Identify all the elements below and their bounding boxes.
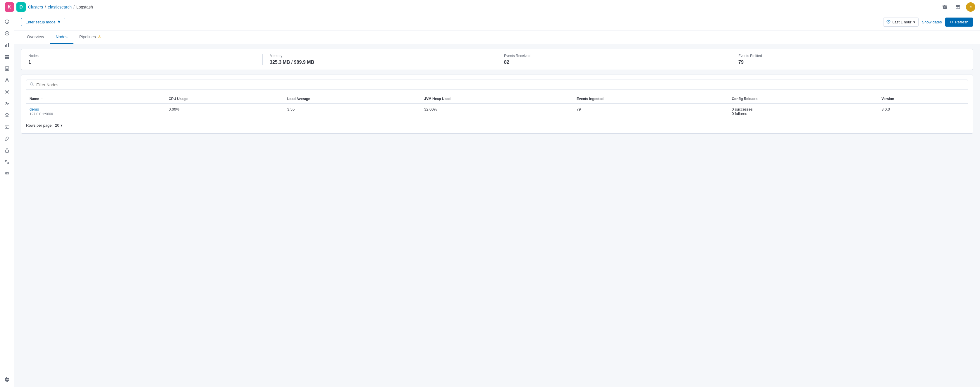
- top-nav-right: e: [940, 2, 975, 12]
- time-picker-button[interactable]: Last 1 hour ▾: [883, 18, 918, 27]
- stat-nodes: Nodes 1: [29, 54, 263, 65]
- user-avatar[interactable]: e: [966, 2, 975, 12]
- mail-icon-button[interactable]: [953, 2, 963, 12]
- sidebar-icon-tool[interactable]: [2, 157, 12, 167]
- stats-panel: Nodes 1 Memory 325.3 MB / 989.9 MB Event…: [21, 49, 973, 70]
- svg-marker-2: [6, 32, 8, 34]
- secondary-header: Enter setup mode ⚑ Last 1 hour ▾ Show da…: [14, 14, 980, 30]
- filter-search-icon: [30, 82, 34, 87]
- svg-point-22: [7, 162, 9, 164]
- setup-mode-label: Enter setup mode: [25, 20, 56, 24]
- cell-cpu-usage: 0.00%: [165, 104, 284, 120]
- svg-point-16: [6, 78, 8, 80]
- breadcrumb: Clusters / elasticsearch / Logstash: [28, 5, 93, 10]
- rows-per-page-chevron: ▾: [60, 123, 63, 127]
- stat-nodes-label: Nodes: [29, 54, 255, 58]
- sidebar-icon-building[interactable]: [2, 63, 12, 74]
- col-version: Version: [878, 94, 968, 104]
- chevron-down-icon: ▾: [913, 20, 915, 24]
- svg-rect-4: [6, 44, 7, 47]
- sidebar-icon-lock[interactable]: [2, 145, 12, 156]
- main-layout: Enter setup mode ⚑ Last 1 hour ▾ Show da…: [0, 14, 980, 387]
- sidebar-icon-clock[interactable]: [2, 16, 12, 27]
- time-controls: Last 1 hour ▾ Show dates ↻ Refresh: [883, 18, 973, 27]
- svg-rect-11: [6, 68, 7, 68]
- col-load-average: Load Average: [284, 94, 421, 104]
- col-events-ingested: Events Ingested: [573, 94, 728, 104]
- svg-rect-7: [7, 55, 9, 56]
- svg-point-21: [5, 160, 7, 162]
- settings-icon-button[interactable]: [940, 2, 950, 12]
- pipelines-alert-icon: ⚠: [98, 35, 102, 39]
- mail-icon: [955, 5, 960, 10]
- refresh-label: Refresh: [955, 20, 968, 24]
- sidebar-icon-user-add[interactable]: [2, 98, 12, 109]
- top-nav: K D Clusters / elasticsearch / Logstash …: [0, 0, 980, 14]
- sidebar-icon-layers[interactable]: [2, 110, 12, 121]
- sidebar-icon-terminal[interactable]: [2, 122, 12, 132]
- svg-rect-12: [7, 68, 8, 68]
- sort-asc-icon[interactable]: ↑: [41, 97, 43, 100]
- sidebar-icon-wrench[interactable]: [2, 134, 12, 144]
- refresh-icon: ↻: [950, 20, 953, 24]
- sidebar-icon-gear[interactable]: [2, 87, 12, 97]
- flag-icon: ⚑: [57, 20, 61, 24]
- cell-events-ingested: 79: [573, 104, 728, 120]
- config-reloads-success: 0 successes: [732, 107, 874, 111]
- svg-rect-8: [5, 57, 7, 59]
- svg-point-17: [6, 91, 8, 93]
- show-dates-button[interactable]: Show dates: [922, 20, 942, 24]
- svg-rect-14: [7, 69, 8, 70]
- node-address: 127.0.0.1:9600: [30, 112, 162, 116]
- refresh-button[interactable]: ↻ Refresh: [945, 18, 973, 27]
- nodes-panel: Name ↑ CPU Usage Load Average JVM Heap U…: [21, 75, 973, 134]
- breadcrumb-elasticsearch[interactable]: elasticsearch: [48, 5, 72, 10]
- tab-pipelines-label: Pipelines: [79, 35, 96, 39]
- stat-events-emitted-label: Events Emitted: [738, 54, 966, 58]
- svg-rect-15: [6, 70, 8, 70]
- sidebar-icon-chart[interactable]: [2, 40, 12, 50]
- sidebar-icon-settings-bottom[interactable]: [2, 374, 12, 385]
- setup-mode-button[interactable]: Enter setup mode ⚑: [21, 18, 65, 26]
- stat-events-received-label: Events Received: [504, 54, 724, 58]
- rows-per-page-select[interactable]: 20 ▾: [55, 123, 62, 127]
- sidebar-icon-heart[interactable]: [2, 169, 12, 179]
- cell-jvm-heap: 32.00%: [421, 104, 573, 120]
- tab-overview[interactable]: Overview: [21, 30, 50, 44]
- svg-rect-20: [6, 150, 8, 152]
- rows-per-page-label: Rows per page:: [26, 123, 52, 127]
- tab-nodes[interactable]: Nodes: [50, 30, 73, 44]
- clock-icon: [886, 20, 891, 25]
- col-name-label: Name: [30, 97, 39, 101]
- table-row: demo 127.0.0.1:9600 0.00% 3.55 32.00% 79…: [26, 104, 968, 120]
- sidebar-icon-person[interactable]: [2, 75, 12, 85]
- config-reloads-failure: 0 failures: [732, 111, 874, 116]
- filter-nodes-input[interactable]: [36, 83, 964, 87]
- stat-events-emitted-value: 79: [738, 60, 966, 65]
- sidebar-icon-grid[interactable]: [2, 51, 12, 62]
- node-name-link[interactable]: demo: [30, 107, 162, 111]
- breadcrumb-clusters[interactable]: Clusters: [28, 5, 43, 10]
- col-cpu-usage: CPU Usage: [165, 94, 284, 104]
- stat-events-received-value: 82: [504, 60, 724, 65]
- rows-per-page-value: 20: [55, 123, 59, 127]
- tab-pipelines[interactable]: Pipelines ⚠: [73, 30, 107, 44]
- svg-rect-3: [5, 45, 6, 47]
- sidebar-icon-compass[interactable]: [2, 28, 12, 38]
- svg-rect-13: [6, 69, 7, 70]
- settings-icon: [943, 5, 947, 10]
- svg-rect-9: [7, 57, 9, 59]
- table-header-row: Name ↑ CPU Usage Load Average JVM Heap U…: [26, 94, 968, 104]
- time-label: Last 1 hour: [892, 20, 911, 24]
- tab-overview-label: Overview: [27, 35, 44, 39]
- breadcrumb-sep-2: /: [73, 5, 75, 10]
- stat-memory-label: Memory: [270, 54, 490, 58]
- svg-rect-5: [8, 43, 9, 47]
- stat-events-emitted: Events Emitted 79: [731, 54, 966, 65]
- tabs-bar: Overview Nodes Pipelines ⚠: [14, 30, 980, 44]
- tab-nodes-label: Nodes: [56, 35, 67, 39]
- sidebar: [0, 14, 14, 387]
- cell-config-reloads: 0 successes 0 failures: [728, 104, 878, 120]
- stat-events-received: Events Received 82: [497, 54, 731, 65]
- col-jvm-heap: JVM Heap Used: [421, 94, 573, 104]
